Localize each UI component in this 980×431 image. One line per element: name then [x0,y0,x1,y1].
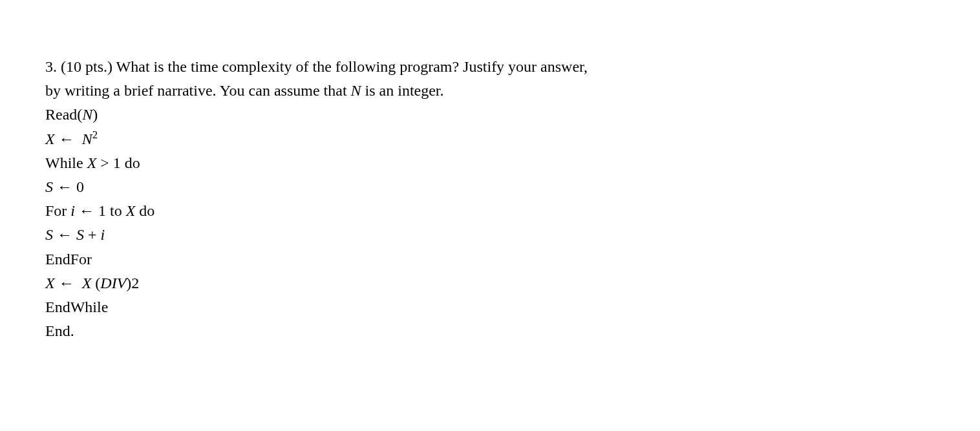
end-keyword: End. [45,322,74,339]
variable-i: i [101,226,105,243]
prompt-text-1: What is the time complexity of the follo… [116,58,588,75]
question-prompt-line1: 3. (10 pts.) What is the time complexity… [45,55,640,79]
pseudo-line-8: X ← X (DIV)2 [45,271,640,295]
pseudo-line-2: X ← N2 [45,127,640,151]
literal-one-to: 1 to [98,202,126,219]
assign-arrow: ← [55,127,78,151]
div-operator: DIV [100,275,126,291]
assign-arrow: ← [75,199,98,223]
variable-X: X [45,131,55,147]
for-keyword: For [45,202,70,219]
exponent-2: 2 [92,129,98,141]
question-points: (10 pts.) [61,58,112,75]
assign-arrow: ← [53,223,76,247]
pseudo-line-4: S ← 0 [45,175,640,199]
pseudo-line-3: While X > 1 do [45,151,640,175]
pseudo-line-10: End. [45,319,640,343]
literal-two: 2 [131,275,139,291]
assign-arrow: ← [53,175,76,199]
pseudo-line-7: EndFor [45,247,640,271]
variable-i: i [70,202,75,219]
pseudo-line-6: S ← S + i [45,223,640,247]
variable-X: X [78,275,96,291]
endwhile-keyword: EndWhile [45,299,108,315]
do-keyword: do [135,202,154,219]
prompt-text-3: is an integer. [361,82,444,99]
pseudo-line-5: For i ← 1 to X do [45,199,640,223]
prompt-text-2: by writing a brief narrative. You can as… [45,82,351,99]
variable-S: S [45,226,53,243]
endfor-keyword: EndFor [45,251,92,268]
question-prompt-line2: by writing a brief narrative. You can as… [45,79,640,103]
variable-S: S [76,226,84,243]
variable-X: X [126,202,136,219]
variable-N: N [82,131,92,147]
question-number: 3. [45,58,57,75]
pseudo-line-9: EndWhile [45,295,640,319]
variable-N: N [351,82,361,99]
variable-S: S [45,178,53,195]
while-condition: > 1 do [96,154,140,171]
plus-operator: + [84,226,101,243]
question-block: 3. (10 pts.) What is the time complexity… [45,55,640,343]
literal-zero: 0 [76,178,84,195]
assign-arrow: ← [55,271,78,295]
paren-close: ) [92,106,98,123]
read-keyword: Read( [45,106,82,123]
variable-X: X [87,154,97,171]
variable-N: N [82,106,92,123]
variable-X: X [45,275,55,291]
while-keyword: While [45,154,87,171]
pseudo-line-1: Read(N) [45,103,640,127]
